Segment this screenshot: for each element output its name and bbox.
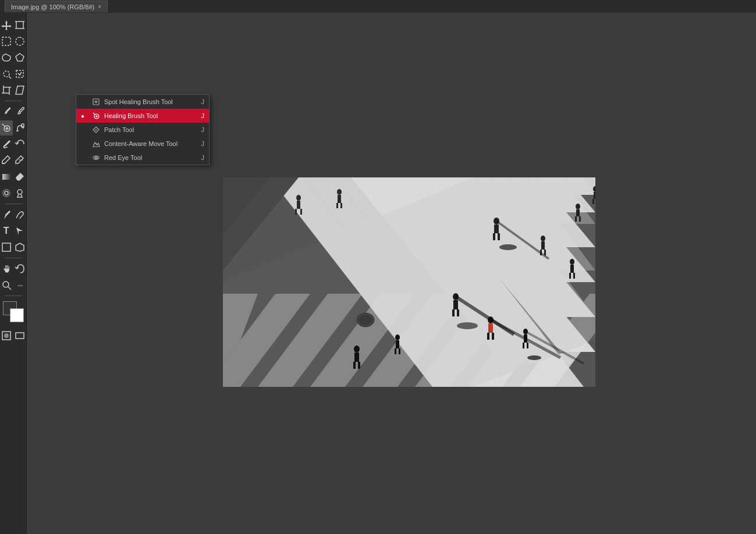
- canvas-area: Spot Healing Brush Tool J ● Healing Brus…: [27, 13, 756, 534]
- svg-point-82: [296, 195, 301, 201]
- svg-line-20: [2, 124, 5, 127]
- svg-marker-23: [2, 156, 10, 163]
- lasso-btn[interactable]: [0, 50, 13, 65]
- svg-rect-131: [592, 199, 594, 204]
- svg-line-10: [9, 76, 11, 79]
- menu-item-spot-healing[interactable]: Spot Healing Brush Tool J: [76, 95, 209, 109]
- svg-rect-89: [340, 203, 342, 208]
- svg-rect-106: [457, 309, 459, 316]
- freeform-pen-btn[interactable]: [14, 207, 27, 222]
- pen-btn[interactable]: [0, 207, 13, 222]
- svg-rect-84: [295, 209, 297, 215]
- move-tool-btn[interactable]: [0, 17, 13, 33]
- svg-rect-92: [493, 233, 495, 240]
- spot-healing-label: Spot Healing Brush Tool: [104, 98, 198, 105]
- healing-brush-btn[interactable]: [0, 120, 13, 136]
- crop-btn[interactable]: [0, 83, 13, 98]
- svg-rect-127: [575, 216, 577, 222]
- content-aware-icon: [91, 139, 101, 148]
- svg-point-125: [576, 204, 580, 209]
- document-tab[interactable]: Image.jpg @ 100% (RGB/8#) ×: [5, 1, 108, 12]
- svg-rect-87: [338, 195, 341, 203]
- svg-line-48: [95, 143, 97, 145]
- brush-btn[interactable]: [0, 137, 13, 152]
- svg-rect-38: [16, 333, 24, 339]
- svg-rect-101: [569, 273, 571, 279]
- polygonal-lasso-btn[interactable]: [14, 50, 27, 65]
- svg-rect-128: [579, 216, 581, 222]
- svg-rect-105: [452, 309, 455, 316]
- svg-point-29: [5, 191, 8, 195]
- text-icon: T: [3, 226, 9, 236]
- perspective-crop-btn[interactable]: [14, 83, 27, 98]
- svg-rect-7: [16, 37, 24, 45]
- artboard-tool-btn[interactable]: [14, 17, 27, 33]
- healing-brush-label: Healing Brush Tool: [104, 112, 198, 119]
- shape-btn[interactable]: [0, 240, 13, 255]
- more-tools-btn[interactable]: ···: [14, 277, 27, 293]
- svg-rect-91: [494, 225, 499, 233]
- svg-rect-102: [573, 273, 575, 279]
- text-btn[interactable]: T: [0, 223, 13, 238]
- menu-item-healing-brush[interactable]: ● Healing Brush Tool J: [76, 109, 209, 123]
- object-select-btn[interactable]: [14, 66, 27, 81]
- history-brush-btn[interactable]: [14, 137, 27, 152]
- spot-healing-icon: [91, 97, 101, 106]
- svg-rect-11: [16, 70, 23, 77]
- stamp-btn[interactable]: [14, 120, 27, 136]
- menu-item-red-eye[interactable]: Red Eye Tool J: [76, 151, 209, 165]
- svg-point-117: [395, 334, 400, 340]
- svg-rect-100: [570, 265, 574, 273]
- context-menu: Spot Healing Brush Tool J ● Healing Brus…: [76, 94, 210, 165]
- svg-line-45: [93, 113, 95, 115]
- gradient-btn[interactable]: [0, 169, 13, 184]
- eyedropper-btn[interactable]: [0, 104, 13, 119]
- dodge-btn[interactable]: [14, 186, 27, 201]
- quick-mask-btn[interactable]: [0, 328, 13, 343]
- svg-rect-96: [541, 241, 545, 250]
- svg-rect-119: [395, 348, 396, 354]
- svg-rect-83: [297, 201, 300, 209]
- canvas-image: [223, 177, 595, 387]
- blur-btn[interactable]: [0, 186, 13, 201]
- svg-point-34: [3, 282, 9, 287]
- patch-icon: [91, 125, 101, 134]
- rect-marquee-btn[interactable]: [0, 34, 13, 49]
- svg-rect-124: [358, 362, 360, 369]
- paint-bucket-btn[interactable]: [14, 169, 27, 184]
- tab-close-button[interactable]: ×: [98, 3, 101, 10]
- background-color[interactable]: [10, 308, 24, 322]
- main-layout: T: [0, 13, 756, 534]
- svg-rect-1: [16, 22, 23, 29]
- menu-item-patch[interactable]: Patch Tool J: [76, 123, 209, 137]
- svg-point-116: [527, 355, 541, 360]
- eraser-btn[interactable]: [0, 153, 13, 168]
- menu-item-content-aware[interactable]: Content-Aware Move Tool J: [76, 137, 209, 151]
- svg-rect-27: [2, 174, 10, 180]
- screen-mode-btn[interactable]: [14, 328, 27, 343]
- color-swatches[interactable]: [3, 301, 24, 322]
- svg-point-9: [3, 71, 9, 77]
- zoom-btn[interactable]: [0, 277, 13, 293]
- healing-brush-shortcut: J: [201, 112, 205, 119]
- svg-rect-85: [300, 209, 302, 215]
- svg-point-37: [4, 333, 9, 338]
- more-icon: ···: [17, 280, 23, 290]
- hand-btn[interactable]: [0, 261, 13, 276]
- quick-select-btn[interactable]: [0, 66, 13, 81]
- svg-rect-109: [488, 323, 493, 333]
- svg-rect-114: [523, 343, 524, 348]
- magic-eraser-btn[interactable]: [14, 153, 27, 168]
- svg-rect-130: [594, 192, 595, 199]
- svg-point-30: [17, 190, 22, 194]
- red-eye-label: Red Eye Tool: [104, 154, 198, 161]
- path-select-btn[interactable]: [14, 223, 27, 238]
- custom-shape-btn[interactable]: [14, 240, 27, 255]
- svg-rect-118: [396, 340, 399, 348]
- color-sampler-btn[interactable]: [14, 104, 27, 119]
- content-aware-label: Content-Aware Move Tool: [104, 140, 198, 147]
- rotate-view-btn[interactable]: [14, 261, 27, 276]
- svg-rect-32: [2, 243, 10, 251]
- patch-shortcut: J: [201, 126, 205, 133]
- single-row-marquee-btn[interactable]: [14, 34, 27, 49]
